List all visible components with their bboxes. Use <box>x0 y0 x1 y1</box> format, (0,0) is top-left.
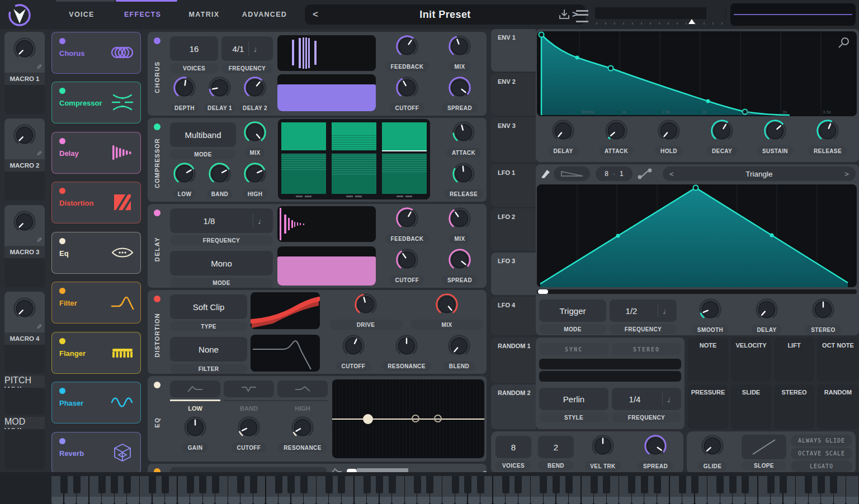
delay-power-dot[interactable] <box>59 138 65 144</box>
octave-scale-button[interactable]: OCTAVE SCALE <box>791 448 852 459</box>
smooth-curve-icon[interactable] <box>638 168 652 179</box>
env-hold-knob[interactable] <box>657 118 681 143</box>
tab-voice[interactable]: VOICE <box>69 11 94 18</box>
piano-key-black[interactable] <box>502 476 509 493</box>
piano-key-white[interactable] <box>846 476 858 504</box>
lfo-phase-slider[interactable] <box>537 289 857 294</box>
distortion-power-dot[interactable] <box>59 188 65 194</box>
piano-key-black[interactable] <box>338 476 345 493</box>
lfo-stereo-knob[interactable] <box>811 297 836 322</box>
env-sustain-knob[interactable] <box>763 118 787 143</box>
piano-key-black[interactable] <box>60 476 68 493</box>
chorus-mix-knob[interactable] <box>447 34 472 59</box>
eq-low-shape-button[interactable] <box>170 381 220 397</box>
voice-spread-knob[interactable] <box>643 434 668 458</box>
note-icon[interactable]: ♩ <box>253 44 262 54</box>
piano-key-black[interactable] <box>603 476 610 493</box>
random-style-value[interactable]: Perlin <box>539 388 608 410</box>
edit-pencil-icon[interactable]: ✎ <box>36 63 42 71</box>
mod-source-lift[interactable]: LIFT <box>774 337 814 382</box>
lfo-phase-handle[interactable] <box>538 289 548 294</box>
distortion-cutoff-knob[interactable] <box>341 334 366 358</box>
chorus-depth-knob[interactable] <box>172 75 197 100</box>
flanger-power-dot[interactable] <box>59 338 65 344</box>
eq-spectrum-display[interactable] <box>332 379 484 458</box>
macro-2-knob[interactable] <box>12 123 37 148</box>
piano-key-black[interactable] <box>805 476 812 493</box>
env-attack-knob[interactable] <box>604 118 629 143</box>
piano-key-black[interactable] <box>553 476 560 493</box>
chorus-delay1-knob[interactable] <box>207 75 232 100</box>
lfo-grid-selector[interactable]: 8-1 <box>596 167 633 181</box>
lfo-smooth-knob[interactable] <box>698 297 723 322</box>
fx-card-filter[interactable]: Filter <box>51 282 141 324</box>
piano-key-black[interactable] <box>591 476 598 493</box>
env-decay-knob[interactable] <box>710 118 734 143</box>
always-glide-button[interactable]: ALWAYS GLIDE <box>791 435 852 446</box>
piano-key-black[interactable] <box>729 476 737 493</box>
piano-key-black[interactable] <box>250 476 257 493</box>
piano-keyboard[interactable] <box>51 476 859 504</box>
fx-card-chorus[interactable]: Chorus <box>51 32 141 74</box>
tab-lfo-2[interactable]: LFO 2 <box>491 208 536 251</box>
eq-cutoff-knob[interactable] <box>237 415 261 440</box>
delay-frequency-value[interactable]: 1/8 ♩ <box>170 208 273 233</box>
compressor-attack-knob[interactable] <box>451 120 476 145</box>
compressor-power-dot[interactable] <box>59 88 65 94</box>
piano-key-black[interactable] <box>780 476 787 493</box>
fx-card-delay[interactable]: Delay <box>51 132 141 174</box>
tab-env-1[interactable]: ENV 1 <box>491 29 536 72</box>
piano-key-black[interactable] <box>364 476 371 493</box>
eq-band-band-tab[interactable]: BAND <box>224 405 274 412</box>
eq-node-high[interactable] <box>434 415 442 422</box>
piano-key-black[interactable] <box>691 476 698 493</box>
compressor-mix-knob[interactable] <box>243 120 267 145</box>
macro-1-knob[interactable] <box>12 36 37 61</box>
lfo-frequency-value[interactable]: 1/2 ♩ <box>610 299 677 322</box>
preset-name[interactable]: Init Preset <box>419 9 470 21</box>
distortion-filter-display[interactable] <box>251 335 320 372</box>
eq-node-band[interactable] <box>412 415 419 422</box>
tab-lfo-1[interactable]: LFO 1 <box>491 164 536 207</box>
piano-key-black[interactable] <box>679 476 686 493</box>
piano-key-black[interactable] <box>565 476 573 493</box>
fx-card-compressor[interactable]: Compressor <box>51 82 141 123</box>
compressor-band-knob[interactable] <box>207 161 232 186</box>
delay-mode-value[interactable]: Mono <box>170 251 273 275</box>
tab-matrix[interactable]: MATRIX <box>189 11 220 18</box>
compressor-section-power-dot[interactable] <box>154 123 161 130</box>
glide-knob[interactable] <box>700 434 725 458</box>
piano-key-black[interactable] <box>830 476 837 493</box>
wave-prev-icon[interactable]: < <box>669 170 674 178</box>
chorus-spread-knob[interactable] <box>447 75 472 100</box>
fx-card-phaser[interactable]: Phaser <box>51 382 141 424</box>
vel-trk-knob[interactable] <box>591 434 615 458</box>
edit-pencil-icon[interactable]: ✎ <box>36 150 42 158</box>
delay-mix-knob[interactable] <box>447 206 472 231</box>
eq-band-low-tab[interactable]: LOW <box>170 405 220 412</box>
lfo-slope-button[interactable] <box>554 167 590 181</box>
delay-cutoff-knob[interactable] <box>395 248 419 272</box>
compressor-mode-value[interactable]: Multiband <box>170 122 236 147</box>
env-delay-knob[interactable] <box>551 118 575 143</box>
distortion-drive-knob[interactable] <box>353 292 378 317</box>
eq-band-shape-button[interactable] <box>224 381 274 397</box>
volume-handle[interactable] <box>688 19 695 24</box>
distortion-section-power-dot[interactable] <box>154 296 161 302</box>
reverb-power-dot[interactable] <box>59 438 65 444</box>
eq-gain-knob[interactable] <box>183 415 207 440</box>
chorus-feedback-knob[interactable] <box>395 34 419 59</box>
fx-card-reverb[interactable]: Reverb <box>51 432 141 474</box>
piano-key-black[interactable] <box>149 476 156 493</box>
note-icon[interactable]: ♩ <box>663 306 671 316</box>
delay-feedback-knob[interactable] <box>395 206 419 231</box>
piano-key-black[interactable] <box>742 476 749 493</box>
compressor-high-knob[interactable] <box>243 161 267 186</box>
piano-key-black[interactable] <box>464 476 471 493</box>
piano-key-black[interactable] <box>98 476 106 493</box>
delay-spread-knob[interactable] <box>447 248 472 272</box>
voices-value[interactable]: 8 <box>495 436 531 458</box>
lfo-mode-value[interactable]: Trigger <box>539 299 606 322</box>
distortion-type-value[interactable]: Soft Clip <box>170 294 247 319</box>
env-release-knob[interactable] <box>815 118 840 143</box>
